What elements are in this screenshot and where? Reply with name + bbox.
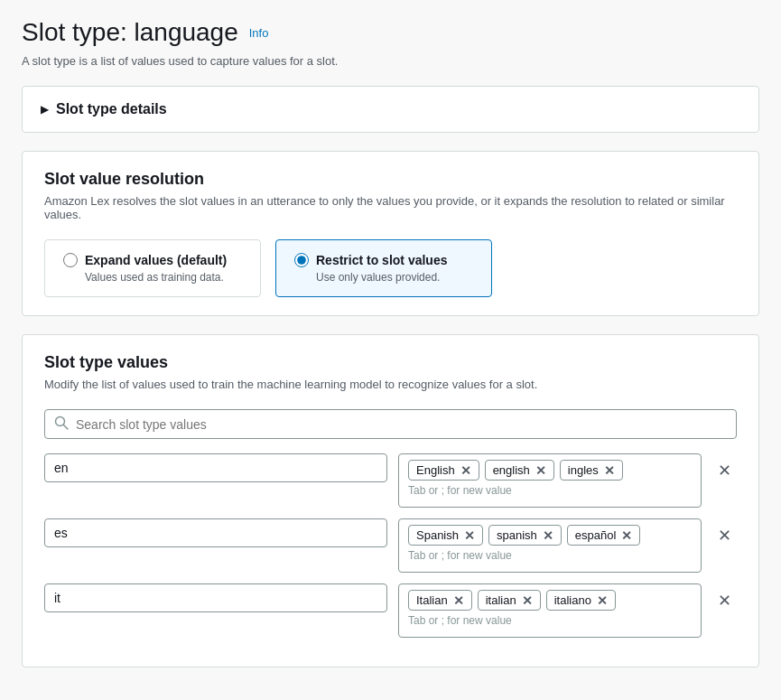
delete-row-es-button[interactable]: ✕ <box>712 522 737 549</box>
tag-close-spanish[interactable]: ✕ <box>543 529 553 542</box>
tag-close-english-lower[interactable]: ✕ <box>535 464 546 477</box>
tag-close-ingles[interactable]: ✕ <box>604 464 615 477</box>
tag-espanol: español ✕ <box>567 525 641 546</box>
slot-type-details-collapsible[interactable]: ▶ Slot type details <box>23 87 758 132</box>
tag-hint-es: Tab or ; for new value <box>408 549 692 562</box>
tag-label-italiano: italiano <box>554 593 591 607</box>
info-link[interactable]: Info <box>249 26 269 40</box>
slot-value-resolution-heading: Slot value resolution <box>44 170 737 189</box>
tag-close-spanish-cap[interactable]: ✕ <box>464 529 475 542</box>
restrict-radio-sublabel: Use only values provided. <box>316 271 473 284</box>
tag-label-spanish-cap: Spanish <box>416 528 459 542</box>
restrict-values-option[interactable]: Restrict to slot values Use only values … <box>275 239 492 297</box>
slot-type-values-section: Slot type values Modify the list of valu… <box>22 334 759 667</box>
search-bar <box>44 409 737 439</box>
slot-values-container-es[interactable]: Spanish ✕ spanish ✕ español ✕ Tab or ; f… <box>398 518 702 573</box>
search-input[interactable] <box>76 417 727 432</box>
tag-label-english-lower: english <box>493 463 530 477</box>
table-row: Italian ✕ italian ✕ italiano ✕ Tab or ; … <box>44 583 737 638</box>
slot-values-container-it[interactable]: Italian ✕ italian ✕ italiano ✕ Tab or ; … <box>398 583 702 638</box>
tags-row-en: English ✕ english ✕ ingles ✕ <box>408 460 692 481</box>
tag-english-lower: english ✕ <box>485 460 554 481</box>
restrict-radio-label: Restrict to slot values <box>316 253 448 267</box>
slot-values-container-en[interactable]: English ✕ english ✕ ingles ✕ Tab or ; fo… <box>398 453 702 508</box>
tag-spanish: spanish ✕ <box>488 525 562 546</box>
expand-radio-label: Expand values (default) <box>85 253 227 267</box>
slot-key-input-it[interactable] <box>44 583 387 612</box>
tag-italian-cap: Italian ✕ <box>408 590 472 611</box>
tags-row-it: Italian ✕ italian ✕ italiano ✕ <box>408 590 692 611</box>
delete-row-it-button[interactable]: ✕ <box>712 587 737 614</box>
slot-type-values-description: Modify the list of values used to train … <box>44 378 737 391</box>
expand-values-option[interactable]: Expand values (default) Values used as t… <box>44 239 261 297</box>
slot-value-resolution-description: Amazon Lex resolves the slot values in a… <box>44 194 737 221</box>
tag-ingles: ingles ✕ <box>560 460 623 481</box>
collapse-arrow-icon: ▶ <box>41 103 49 116</box>
tag-english: English ✕ <box>408 460 479 481</box>
table-row: English ✕ english ✕ ingles ✕ Tab or ; fo… <box>44 453 737 508</box>
tags-row-es: Spanish ✕ spanish ✕ español ✕ <box>408 525 692 546</box>
page-header: Slot type: language Info <box>22 18 759 47</box>
tag-label-ingles: ingles <box>568 463 599 477</box>
slot-type-values-content: Slot type values Modify the list of valu… <box>23 335 758 667</box>
tag-label-italian-cap: Italian <box>416 593 448 607</box>
tag-hint-en: Tab or ; for new value <box>408 484 692 497</box>
table-row: Spanish ✕ spanish ✕ español ✕ Tab or ; f… <box>44 518 737 573</box>
tag-italiano: italiano ✕ <box>546 590 616 611</box>
slot-type-details-heading: Slot type details <box>56 101 167 117</box>
resolution-radio-group: Expand values (default) Values used as t… <box>44 239 737 297</box>
search-icon <box>54 415 69 433</box>
tag-close-english[interactable]: ✕ <box>460 464 471 477</box>
restrict-radio-input[interactable] <box>294 253 309 267</box>
svg-line-1 <box>64 425 69 430</box>
page-title: Slot type: language <box>22 18 238 47</box>
tag-close-italian-cap[interactable]: ✕ <box>453 594 464 607</box>
collapse-header[interactable]: ▶ Slot type details <box>41 101 740 117</box>
tag-italian: italian ✕ <box>478 590 541 611</box>
page-subtitle: A slot type is a list of values used to … <box>22 54 759 68</box>
delete-row-en-button[interactable]: ✕ <box>712 457 737 484</box>
tag-label-italian: italian <box>486 593 516 607</box>
expand-radio-input[interactable] <box>63 253 78 267</box>
tag-label-espanol: español <box>575 528 617 542</box>
page: Slot type: language Info A slot type is … <box>0 0 781 700</box>
slot-value-resolution-content: Slot value resolution Amazon Lex resolve… <box>23 152 758 315</box>
slot-type-details-section: ▶ Slot type details <box>22 86 759 133</box>
tag-hint-it: Tab or ; for new value <box>408 614 692 627</box>
slot-key-input-en[interactable] <box>44 453 387 482</box>
tag-spanish-cap: Spanish ✕ <box>408 525 483 546</box>
tag-close-italian[interactable]: ✕ <box>522 594 533 607</box>
slot-type-values-heading: Slot type values <box>44 353 737 372</box>
tag-close-italiano[interactable]: ✕ <box>597 594 608 607</box>
expand-radio-sublabel: Values used as training data. <box>85 271 242 284</box>
slot-value-resolution-section: Slot value resolution Amazon Lex resolve… <box>22 151 759 316</box>
tag-close-espanol[interactable]: ✕ <box>621 529 632 542</box>
tag-label-english: English <box>416 463 455 477</box>
tag-label-spanish: spanish <box>497 528 537 542</box>
slot-key-input-es[interactable] <box>44 518 387 547</box>
